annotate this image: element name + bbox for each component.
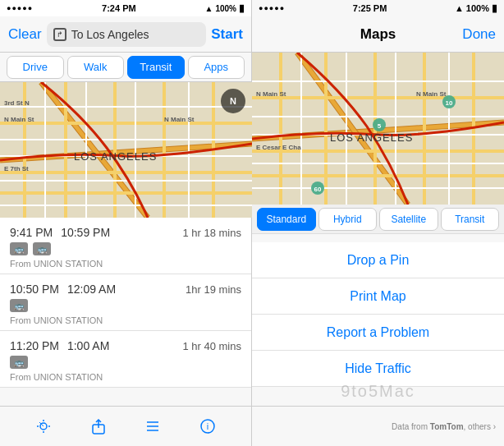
page-title: Maps xyxy=(360,26,396,43)
battery-right: 100% xyxy=(466,3,489,13)
tab-bar: Drive Walk Transit Apps xyxy=(0,53,251,82)
svg-text:N Main St: N Main St xyxy=(256,90,286,98)
status-icons-left: ▲ 100% ▮ xyxy=(205,2,245,14)
svg-text:60: 60 xyxy=(314,186,322,193)
share-button[interactable] xyxy=(87,415,110,438)
arrive-time: 12:09 AM xyxy=(67,283,116,296)
search-box: ↱ To Los Angeles xyxy=(47,22,207,47)
route-icons: 🚌 xyxy=(10,356,241,369)
bus-icon: 🚌 xyxy=(10,356,28,369)
svg-text:LOS ANGELES: LOS ANGELES xyxy=(74,150,157,163)
drop-pin-button[interactable]: Drop a Pin xyxy=(252,242,504,278)
time-left: 7:24 PM xyxy=(102,3,136,13)
hide-traffic-button[interactable]: Hide Traffic xyxy=(252,351,504,387)
route-duration: 1hr 19 mins xyxy=(186,283,241,296)
destination-text: To Los Angeles xyxy=(71,28,149,41)
menu-list: Drop a Pin Print Map Report a Problem Hi… xyxy=(252,234,504,406)
route-times: 10:50 PM 12:09 AM 1hr 19 mins xyxy=(10,283,241,296)
report-problem-button[interactable]: Report a Problem xyxy=(252,315,504,351)
signal-left: ●●●●● xyxy=(7,4,33,12)
status-bar-left: ●●●●● 7:24 PM ▲ 100% ▮ xyxy=(0,0,251,16)
bottom-toolbar-left: i xyxy=(0,406,251,446)
depart-time: 9:41 PM xyxy=(10,226,53,239)
route-item[interactable]: 9:41 PM 10:59 PM 1 hr 18 mins 🚌 🚌 From U… xyxy=(0,218,251,274)
arrow-icon-left: ▲ xyxy=(205,4,213,13)
attribution-text: Data from TomTom, others › xyxy=(392,422,496,431)
svg-text:LOS ANGELES: LOS ANGELES xyxy=(330,131,413,144)
route-duration: 1 hr 40 mins xyxy=(182,340,241,352)
start-button[interactable]: Start xyxy=(211,26,243,43)
map-type-hybrid[interactable]: Hybrid xyxy=(318,208,378,231)
svg-text:5: 5 xyxy=(378,122,382,130)
tab-transit[interactable]: Transit xyxy=(127,56,185,79)
arrive-time: 10:59 PM xyxy=(61,226,110,239)
map-type-satellite[interactable]: Satellite xyxy=(379,208,438,231)
list-button[interactable] xyxy=(141,415,164,438)
route-item[interactable]: 11:20 PM 1:00 AM 1 hr 40 mins 🚌 From UNI… xyxy=(0,331,251,388)
nav-bar-right: Maps Done xyxy=(252,16,504,53)
route-list: 9:41 PM 10:59 PM 1 hr 18 mins 🚌 🚌 From U… xyxy=(0,218,251,406)
turn-icon: ↱ xyxy=(53,28,66,41)
arrive-time: 1:00 AM xyxy=(67,339,109,352)
svg-text:3rd St N: 3rd St N xyxy=(4,99,30,107)
bottom-toolbar-right: Data from TomTom, others › xyxy=(252,406,504,446)
clear-button[interactable]: Clear xyxy=(8,26,42,43)
battery-left: 100% xyxy=(215,4,236,13)
bus-icon: 🚌 xyxy=(10,242,28,255)
location-button[interactable] xyxy=(32,415,55,438)
svg-text:N Main St: N Main St xyxy=(4,116,34,123)
svg-text:i: i xyxy=(207,421,208,431)
info-button[interactable]: i xyxy=(196,415,219,438)
route-item[interactable]: 10:50 PM 12:09 AM 1hr 19 mins 🚌 From UNI… xyxy=(0,274,251,331)
right-panel: ●●●●● 7:25 PM ▲ 100% ▮ Maps Done xyxy=(252,0,504,446)
tab-walk[interactable]: Walk xyxy=(67,56,125,79)
route-from: From UNION STATION xyxy=(10,315,241,325)
tab-apps[interactable]: Apps xyxy=(188,56,245,79)
time-right: 7:25 PM xyxy=(353,3,387,13)
bus-icon: 🚌 xyxy=(10,299,28,312)
map-right[interactable]: LOS ANGELES 5 10 60 N Main St E Cesar E … xyxy=(252,53,504,205)
battery-icon-left: ▮ xyxy=(239,2,245,14)
depart-time: 11:20 PM xyxy=(10,339,59,352)
route-times: 11:20 PM 1:00 AM 1 hr 40 mins xyxy=(10,339,241,352)
print-map-button[interactable]: Print Map xyxy=(252,278,504,315)
left-panel: ●●●●● 7:24 PM ▲ 100% ▮ Clear ↱ To Los An… xyxy=(0,0,252,446)
bus-icon-2: 🚌 xyxy=(33,242,51,255)
svg-text:N Main St: N Main St xyxy=(164,116,195,123)
battery-icon-right: ▮ xyxy=(492,2,497,14)
svg-text:N Main St: N Main St xyxy=(416,90,447,98)
arrow-icon-right: ▲ xyxy=(455,3,464,13)
status-icons-right: ▲ 100% ▮ xyxy=(455,2,497,14)
map-type-transit[interactable]: Transit xyxy=(441,208,500,231)
route-from: From UNION STATION xyxy=(10,259,241,269)
signal-right: ●●●●● xyxy=(259,4,285,12)
map-type-standard[interactable]: Standard xyxy=(257,208,316,231)
route-duration: 1 hr 18 mins xyxy=(182,227,241,239)
route-icons: 🚌 🚌 xyxy=(10,242,241,255)
route-from: From UNION STATION xyxy=(10,372,241,382)
depart-time: 10:50 PM xyxy=(10,283,59,296)
nav-bar-left: Clear ↱ To Los Angeles Start xyxy=(0,16,251,53)
svg-text:10: 10 xyxy=(446,99,453,107)
done-button[interactable]: Done xyxy=(462,26,496,43)
map-left[interactable]: LOS ANGELES N Main St E 7th St 3rd St N … xyxy=(0,82,252,218)
status-bar-right: ●●●●● 7:25 PM ▲ 100% ▮ xyxy=(252,0,504,16)
route-icons: 🚌 xyxy=(10,299,241,312)
tab-drive[interactable]: Drive xyxy=(7,56,64,79)
svg-text:E Cesar E Cha: E Cesar E Cha xyxy=(256,144,301,151)
svg-text:E 7th St: E 7th St xyxy=(4,165,29,172)
map-type-bar: Standard Hybrid Satellite Transit xyxy=(252,205,504,234)
route-times: 9:41 PM 10:59 PM 1 hr 18 mins xyxy=(10,226,241,239)
compass: N xyxy=(221,89,245,113)
